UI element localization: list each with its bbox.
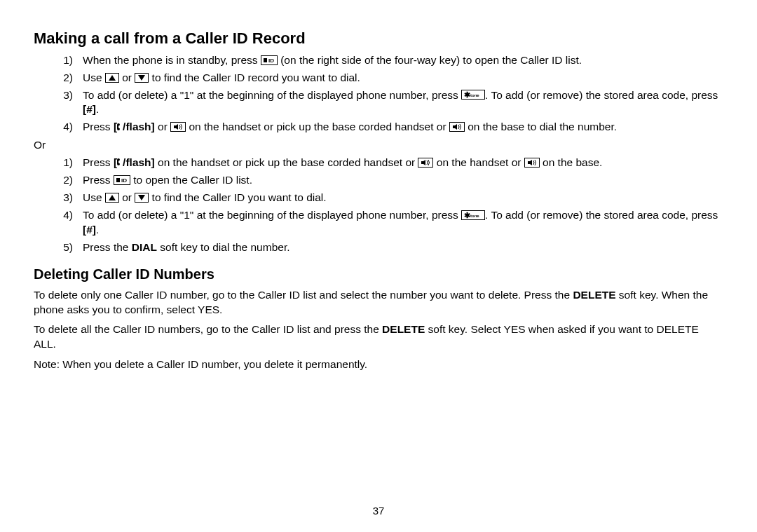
svg-marker-2 [109, 75, 116, 81]
list-text: Press [/flash] or on the handset or pick… [83, 120, 723, 135]
list-text: Press ID to open the Caller ID list. [83, 173, 723, 188]
down-arrow-icon [135, 73, 149, 83]
speaker-icon [524, 158, 540, 168]
svg-marker-7 [453, 124, 457, 130]
list-number: 4) [53, 208, 83, 238]
up-arrow-icon [105, 73, 119, 83]
svg-marker-3 [138, 75, 145, 81]
speaker-icon [449, 122, 465, 132]
speaker-icon [170, 122, 186, 132]
svg-marker-13 [138, 195, 145, 200]
svg-text:ID: ID [268, 57, 274, 64]
list-number: 1) [53, 53, 83, 68]
star-tone-icon: ✱tone [461, 90, 485, 100]
list-a: 1)When the phone is in standby, press ID… [53, 53, 723, 135]
list-text: When the phone is in standby, press ID (… [83, 53, 723, 68]
svg-marker-6 [174, 124, 178, 130]
bold-text: /flash] [123, 156, 155, 168]
list-item: 3)To add (or delete) a "1" at the beginn… [53, 88, 723, 118]
bold-text: DIAL [132, 241, 157, 253]
list-number: 3) [53, 88, 83, 118]
or-label: Or [34, 138, 723, 153]
page-number: 37 [0, 504, 757, 518]
section-title-1: Making a call from a Caller ID Record [34, 28, 723, 49]
list-text: Press [/flash] on the handset or pick up… [83, 156, 723, 170]
list-number: 5) [53, 240, 83, 255]
paragraph-3: Note: When you delete a Caller ID number… [34, 357, 723, 372]
svg-marker-12 [109, 195, 116, 200]
list-item: 5)Press the DIAL soft key to dial the nu… [53, 240, 723, 255]
phone-icon [117, 156, 123, 170]
caller-id-icon: ID [261, 55, 278, 65]
paragraph-2: To delete all the Caller ID numbers, go … [34, 322, 723, 352]
bold-text: DELETE [573, 289, 615, 301]
list-text: To add (or delete) a "1" at the beginnin… [83, 88, 723, 118]
svg-text:ID: ID [121, 177, 127, 184]
phone-icon [117, 121, 123, 135]
svg-marker-8 [421, 160, 425, 165]
list-item: 2)Use or to find the Caller ID record yo… [53, 71, 723, 86]
bold-text: /flash] [123, 121, 155, 132]
bold-text: [#] [83, 224, 96, 236]
list-number: 4) [53, 120, 83, 135]
list-item: 1)Press [/flash] on the handset or pick … [53, 156, 723, 170]
paragraph-1: To delete only one Caller ID number, go … [34, 288, 723, 318]
list-number: 3) [53, 191, 83, 205]
svg-rect-10 [116, 178, 120, 182]
list-item: 2)Press ID to open the Caller ID list. [53, 173, 723, 188]
svg-text:tone: tone [470, 214, 479, 218]
svg-text:✱: ✱ [464, 91, 470, 98]
speaker-icon [418, 158, 433, 168]
list-item: 4)To add (or delete) a "1" at the beginn… [53, 208, 723, 238]
list-item: 1)When the phone is in standby, press ID… [53, 53, 723, 68]
list-number: 2) [53, 173, 83, 188]
section-title-2: Deleting Caller ID Numbers [34, 265, 723, 284]
list-b: 1)Press [/flash] on the handset or pick … [53, 156, 723, 255]
svg-text:✱: ✱ [464, 212, 470, 219]
list-number: 2) [53, 71, 83, 86]
star-tone-icon: ✱tone [461, 210, 485, 220]
bold-text: DELETE [382, 323, 425, 335]
up-arrow-icon [105, 193, 119, 203]
list-item: 3)Use or to find the Caller ID you want … [53, 191, 723, 205]
list-number: 1) [53, 156, 83, 170]
svg-text:tone: tone [470, 93, 479, 97]
list-text: Press the DIAL soft key to dial the numb… [83, 240, 723, 255]
down-arrow-icon [135, 193, 149, 203]
caller-id-icon: ID [114, 175, 130, 185]
list-text: To add (or delete) a "1" at the beginnin… [83, 208, 723, 238]
svg-rect-0 [264, 58, 267, 62]
list-text: Use or to find the Caller ID you want to… [83, 191, 723, 205]
svg-marker-9 [528, 160, 532, 165]
list-text: Use or to find the Caller ID record you … [83, 71, 723, 86]
bold-text: [#] [83, 103, 96, 115]
list-item: 4)Press [/flash] or on the handset or pi… [53, 120, 723, 135]
